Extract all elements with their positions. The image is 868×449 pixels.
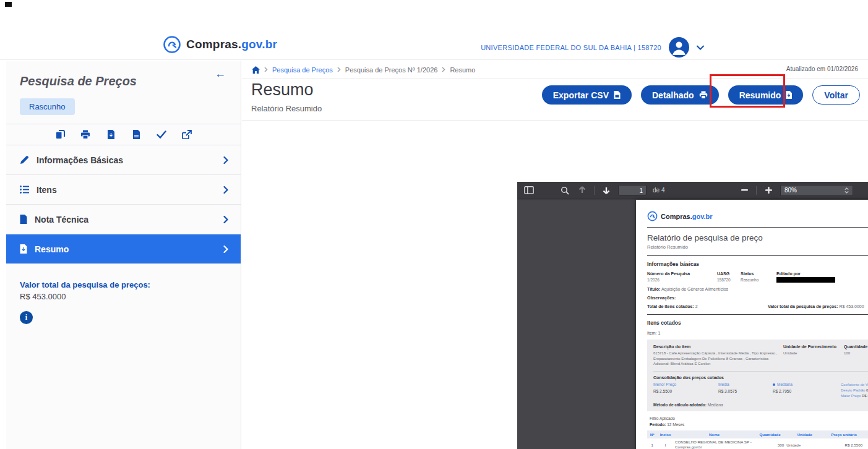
pdf-previous-page-icon[interactable] — [577, 185, 588, 196]
doc-field-uasg: UASG 158720 — [717, 272, 741, 283]
status-badge: Rascunho — [20, 98, 75, 115]
doc-valor-total: Valor total da pesquisa de preços: R$ 45… — [768, 304, 864, 309]
doc-item-description: 615718 - Café Apresentação Cápsula , Int… — [653, 351, 783, 367]
chevron-down-icon[interactable] — [697, 45, 704, 50]
sidebar-title: Pesquisa de Preços — [20, 74, 227, 88]
home-icon[interactable] — [252, 66, 260, 74]
chevron-right-icon — [223, 216, 228, 223]
page-title: Resumo — [251, 80, 314, 100]
page-subtitle: Relatório Resumido — [251, 104, 322, 113]
doc-item-label: Item: 1 — [647, 331, 868, 335]
sidebar-item-nota-tecnica[interactable]: Nota Técnica — [6, 205, 241, 234]
doc-statistics: Coeficiente de Variação 20.3303% Desvio … — [841, 382, 868, 399]
comprasgovbr-logo-icon — [163, 35, 181, 54]
printer-icon — [699, 91, 708, 99]
doc-total-itens: Total de itens cotados: 2 — [647, 304, 768, 309]
table-row: 1 I CONSELHO REGIONAL DE MEDICINA SP - C… — [647, 438, 868, 449]
pdf-document-page: Compras.gov.br Relatório de pesquisa de … — [636, 200, 868, 449]
doc-media: Média R$ 3.0575 — [718, 382, 773, 399]
doc-observacoes: Observações: — [647, 296, 868, 300]
check-icon[interactable] — [157, 129, 167, 140]
main-content: Pesquisa de Preços Pesquisa de Preços Nº… — [242, 61, 868, 449]
org-name: UNIVERSIDADE FEDERAL DO SUL DA BAHIA | 1… — [481, 44, 661, 51]
doc-filter: Filtro Aplicado Período: 12 Meses — [650, 416, 868, 428]
breadcrumb-item-resumo: Resumo — [450, 66, 475, 74]
sidebar-item-resumo[interactable]: Resumo — [6, 234, 241, 264]
doc-logo: Compras.gov.br — [647, 211, 868, 221]
title-row: Resumo Relatório Resumido Exportar CSV D… — [242, 79, 868, 121]
breadcrumb-separator — [264, 67, 268, 72]
doc-quotes-table: Nº Inciso Nome Quantidade Unidade Preço … — [647, 430, 868, 449]
print-icon[interactable] — [80, 129, 91, 140]
pdf-zoom-select[interactable]: 80% — [780, 185, 853, 196]
doc-field-numero: Número da Pesquisa 1/2026 — [647, 272, 717, 283]
back-button[interactable]: Voltar — [812, 85, 860, 105]
detailed-report-button[interactable]: Detalhado — [641, 85, 719, 105]
pdf-sidebar-toggle-icon[interactable] — [523, 185, 535, 196]
chevron-right-icon — [223, 246, 228, 253]
updated-at-label: Atualizado em 01/02/2026 — [786, 66, 858, 72]
doc-menor-preco: Menor Preço R$ 2.5500 — [653, 382, 718, 399]
sidebar-item-informacoes-basicas[interactable]: Informações Básicas — [6, 145, 241, 175]
pdf-zoom-out-icon[interactable] — [739, 185, 750, 196]
pdf-zoom-in-icon[interactable] — [763, 185, 774, 196]
breadcrumb-link-pesquisa[interactable]: Pesquisa de Preços — [272, 66, 333, 74]
sidebar-item-itens[interactable]: Itens — [6, 175, 241, 205]
screen: Compras.gov.br UNIVERSIDADE FEDERAL DO S… — [0, 0, 868, 449]
screenshot-artifact — [5, 2, 12, 7]
pdf-search-icon[interactable] — [559, 185, 570, 196]
csv-file-icon — [614, 91, 621, 99]
info-icon[interactable]: i — [20, 311, 33, 324]
breadcrumb: Pesquisa de Preços Pesquisa de Preços Nº… — [242, 61, 868, 79]
breadcrumb-separator — [442, 67, 445, 72]
doc-metodo: Método de cálculo adotado: Mediana — [653, 403, 868, 407]
doc-itens-heading: Itens cotados — [647, 320, 868, 326]
sidebar: ← Pesquisa de Preços Rascunho — [6, 61, 241, 449]
pdf-next-page-icon[interactable] — [601, 185, 612, 196]
export-csv-button[interactable]: Exportar CSV — [542, 85, 632, 105]
spinner-arrows-icon — [844, 187, 849, 194]
total-value-label: Valor total da pesquisa de preços: — [20, 280, 227, 289]
chevron-right-icon — [223, 186, 228, 194]
comprasgovbr-logo: Compras.gov.br — [163, 35, 277, 54]
doc-titulo: Título: Aquisição de Gêneros Alimentício… — [647, 287, 868, 291]
list-icon — [20, 186, 29, 194]
breadcrumb-separator — [337, 67, 341, 72]
summary-report-button[interactable]: Resumido — [728, 85, 804, 105]
download-csv-icon[interactable] — [131, 129, 142, 140]
pdf-viewer: 1 de 4 80% — [517, 182, 868, 449]
top-header: Compras.gov.br UNIVERSIDADE FEDERAL DO S… — [0, 0, 868, 60]
pdf-page-number-input[interactable]: 1 — [618, 185, 647, 195]
pencil-icon — [20, 155, 29, 165]
doc-mediana: Mediana R$ 2.7950 — [773, 382, 841, 399]
share-icon[interactable] — [182, 129, 192, 140]
doc-field-status: Status Rascunho — [741, 272, 776, 283]
pdf-file-icon — [786, 91, 792, 99]
collapse-sidebar-arrow-icon[interactable]: ← — [215, 68, 226, 79]
user-avatar[interactable] — [669, 37, 689, 58]
doc-item-panel: Descrição do item Unidade de Forneciment… — [647, 340, 868, 411]
mediana-dot-icon — [773, 383, 775, 386]
doc-item-qty: 100 — [844, 351, 868, 367]
doc-consolidation-heading: Consolidação dos preços cotados — [653, 375, 868, 380]
logo-text: Compras.gov.br — [186, 38, 277, 51]
doc-subtitle: Relatório Resumido — [647, 244, 868, 250]
doc-field-editado-por: Editado por — [776, 272, 868, 283]
breadcrumb-item-pesquisa-n[interactable]: Pesquisa de Preços Nº 1/2026 — [345, 66, 438, 74]
doc-title: Relatório de pesquisa de preço — [647, 233, 868, 242]
doc-info-heading: Informações básicas — [647, 261, 868, 267]
redacted-name-bar — [776, 277, 835, 283]
copy-icon[interactable] — [55, 129, 66, 140]
chevron-right-icon — [223, 156, 228, 164]
doc-item-unit: Unidade — [783, 351, 844, 367]
file-pdf-icon — [20, 244, 27, 254]
document-icon — [20, 215, 27, 224]
total-value: R$ 453.0000 — [20, 292, 227, 301]
pdf-toolbar: 1 de 4 80% — [517, 182, 868, 199]
pdf-page-count: de 4 — [653, 187, 664, 194]
download-pdf-icon[interactable] — [106, 129, 116, 140]
